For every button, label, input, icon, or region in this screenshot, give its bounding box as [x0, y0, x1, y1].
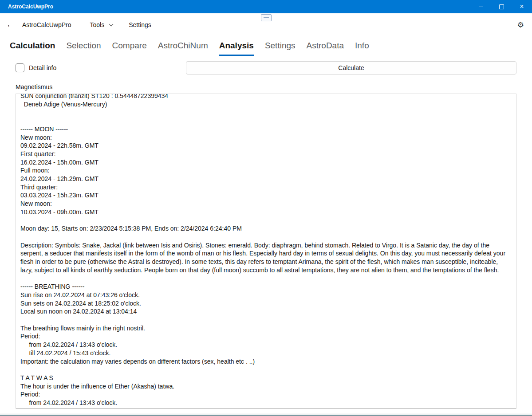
- gear-icon: ⚙: [517, 20, 524, 29]
- minimize-button[interactable]: [471, 0, 491, 13]
- maximize-icon: [499, 4, 504, 9]
- analysis-output-textbox[interactable]: SUN conjunction (tranzit) ST120 : 0.5444…: [16, 94, 516, 408]
- controls-row: Detail info Calculate: [16, 61, 516, 75]
- tab-compare[interactable]: Compare: [112, 41, 147, 56]
- tab-analysis[interactable]: Analysis: [219, 41, 254, 56]
- chevron-down-icon: [109, 22, 114, 27]
- tab-info[interactable]: Info: [355, 41, 369, 56]
- tab-astrochinum[interactable]: AstroChiNum: [158, 41, 208, 56]
- back-arrow-icon: ←: [7, 20, 14, 29]
- gear-button[interactable]: ⚙: [515, 20, 527, 30]
- keyboard-line: [264, 17, 269, 18]
- settings-label: Settings: [129, 21, 151, 28]
- settings-menu-button[interactable]: Settings: [129, 21, 151, 28]
- minimize-icon: [479, 7, 483, 7]
- back-button[interactable]: ←: [0, 17, 20, 33]
- analysis-output-text: SUN conjunction (tranzit) ST120 : 0.5444…: [20, 94, 512, 407]
- tools-menu-button[interactable]: Tools: [90, 21, 113, 28]
- maximize-button[interactable]: [491, 0, 512, 13]
- window-title: AstroCalcUwpPro: [0, 4, 471, 10]
- touch-keyboard-icon[interactable]: [261, 14, 272, 21]
- detail-info-label: Detail info: [29, 64, 56, 71]
- tab-bar: Calculation Selection Compare AstroChiNu…: [0, 36, 532, 56]
- calculate-button[interactable]: Calculate: [186, 61, 516, 75]
- close-button[interactable]: ×: [512, 0, 532, 13]
- detail-info-checkbox[interactable]: [16, 63, 24, 72]
- window-controls: ×: [471, 0, 532, 13]
- titlebar[interactable]: AstroCalcUwpPro ×: [0, 0, 532, 13]
- close-icon: ×: [520, 3, 524, 10]
- app-window: AstroCalcUwpPro × ← AstroCalcUwpPro Tool…: [0, 0, 532, 416]
- tab-astrodata[interactable]: AstroData: [307, 41, 344, 56]
- output-section-label: Magnetismus: [16, 83, 532, 90]
- tab-calculation[interactable]: Calculation: [10, 41, 55, 56]
- tools-label: Tools: [90, 21, 104, 28]
- navbar: ← AstroCalcUwpPro Tools Settings ⚙: [0, 13, 532, 36]
- bottom-scrollbar[interactable]: [0, 413, 532, 416]
- app-name: AstroCalcUwpPro: [22, 21, 71, 28]
- tab-selection[interactable]: Selection: [66, 41, 101, 56]
- detail-info-checkbox-group[interactable]: Detail info: [16, 63, 56, 72]
- tab-settings[interactable]: Settings: [265, 41, 296, 56]
